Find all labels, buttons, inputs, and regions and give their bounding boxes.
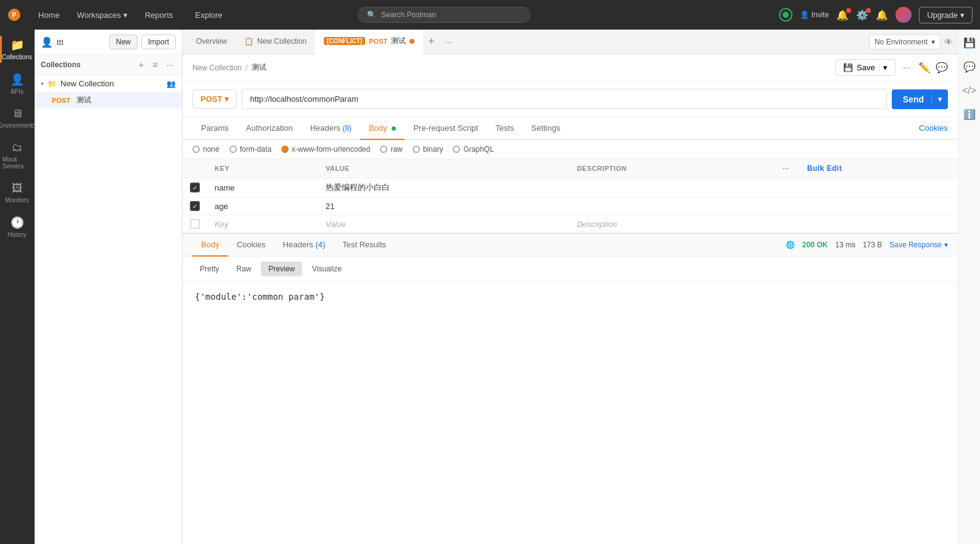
placeholder-key[interactable]: Key [207, 215, 318, 233]
postman-logo-icon: P [7, 8, 21, 22]
sync-icon[interactable] [779, 8, 793, 22]
body-type-none[interactable]: none [192, 145, 220, 154]
sidebar-item-monitors[interactable]: 🖼 Monitors [0, 176, 34, 210]
resp-tab-headers[interactable]: Headers (4) [274, 234, 334, 257]
placeholder-checkbox[interactable] [190, 219, 200, 229]
row1-value[interactable]: 热爱编程的小白白 [318, 178, 569, 197]
tab-conflict-test[interactable]: [CONFLICT] POST 测试 [315, 30, 423, 54]
method-select[interactable]: POST ▾ [192, 89, 237, 109]
chat-right-icon[interactable]: 💬 [961, 59, 978, 75]
authorization-tab-label: Authorization [246, 123, 293, 133]
notification-bell-icon[interactable]: 🔔 [836, 9, 849, 21]
row1-key[interactable]: name [207, 178, 318, 197]
pre-request-tab-label: Pre-request Script [413, 123, 478, 133]
more-collections-button[interactable]: ··· [163, 59, 176, 71]
info-right-icon[interactable]: ℹ️ [961, 106, 978, 123]
sidebar-item-apis[interactable]: 👤 APIs [0, 67, 34, 101]
edit-request-button[interactable]: ✏️ [918, 62, 931, 73]
req-tab-settings[interactable]: Settings [523, 117, 569, 140]
send-label: Send [903, 94, 924, 104]
req-tab-pre-request[interactable]: Pre-request Script [405, 117, 487, 140]
more-request-options-button[interactable]: ··· [900, 61, 913, 75]
cookies-link[interactable]: Cookies [919, 123, 948, 133]
prev-tab-pretty[interactable]: Pretty [192, 262, 226, 276]
placeholder-value[interactable]: Value [318, 215, 569, 233]
row2-value[interactable]: 21 [318, 197, 569, 215]
body-tab-label: Body [369, 123, 387, 133]
collection-new-collection[interactable]: ▾ 📁 New Collection 👥 [35, 75, 182, 92]
filter-collections-button[interactable]: ≡ [150, 59, 160, 71]
placeholder-desc[interactable]: Description [569, 215, 775, 233]
req-tab-authorization[interactable]: Authorization [237, 117, 302, 140]
nav-home[interactable]: Home [33, 8, 65, 22]
req-tab-tests[interactable]: Tests [487, 117, 522, 140]
nav-explore[interactable]: Explore [191, 8, 228, 22]
row2-key[interactable]: age [207, 197, 318, 215]
resp-headers-count: (4) [315, 240, 325, 249]
row2-description[interactable] [569, 197, 775, 215]
tab-overview[interactable]: Overview [187, 30, 236, 54]
more-tabs-button[interactable]: ··· [440, 37, 457, 47]
code-right-icon[interactable]: </> [960, 83, 979, 99]
add-collection-button[interactable]: + [136, 59, 146, 71]
row1-checkbox-cell: ✓ [183, 178, 207, 197]
col-more: ··· [775, 159, 800, 178]
resp-tab-test-results[interactable]: Test Results [334, 234, 395, 257]
nav-reports[interactable]: Reports [140, 8, 178, 22]
sidebar-item-history[interactable]: 🕐 History [0, 210, 34, 244]
conflict-badge: [CONFLICT] [324, 37, 365, 45]
settings-icon[interactable]: ⚙️ [856, 9, 868, 21]
save-response-button[interactable]: Save Response ▾ [889, 241, 948, 249]
url-input[interactable] [242, 89, 886, 109]
placeholder-checkbox-cell [183, 215, 207, 233]
sidebar-item-mock-servers[interactable]: 🗂 Mock Servers [0, 135, 34, 176]
resp-tab-body[interactable]: Body [192, 234, 228, 257]
nav-workspaces[interactable]: Workspaces ▾ [77, 10, 128, 20]
monitors-label: Monitors [5, 197, 28, 204]
save-button[interactable]: 💾 Save ▾ [835, 59, 896, 76]
prev-tab-preview[interactable]: Preview [261, 262, 302, 276]
save-dropdown-arrow[interactable]: ▾ [879, 63, 887, 72]
eye-icon[interactable]: 👁 [944, 37, 953, 47]
prev-tab-raw[interactable]: Raw [229, 262, 258, 276]
table-row: ✓ name 热爱编程的小白白 [183, 178, 958, 197]
row1-checkbox[interactable]: ✓ [190, 183, 200, 192]
request-breadcrumb: New Collection / 测试 💾 Save ▾ ··· ✏️ 💬 [183, 54, 958, 81]
req-tab-headers[interactable]: Headers (8) [302, 117, 360, 140]
row1-description[interactable] [569, 178, 775, 197]
user-avatar[interactable] [896, 7, 912, 23]
send-button[interactable]: Send ▾ [892, 89, 948, 109]
save-label: Save [857, 63, 875, 72]
prev-tab-visualize[interactable]: Visualize [305, 262, 349, 276]
body-type-form-data[interactable]: form-data [229, 145, 271, 154]
add-tab-button[interactable]: + [423, 35, 440, 48]
invite-button[interactable]: 👤 Invite [800, 10, 829, 19]
body-type-urlencoded[interactable]: x-www-form-urlencoded [281, 145, 370, 154]
import-button[interactable]: Import [141, 35, 176, 49]
sidebar-item-collections[interactable]: 📁 Collections [0, 32, 34, 67]
alert-icon[interactable]: 🔔 [876, 9, 888, 21]
comment-button[interactable]: 💬 [936, 62, 948, 73]
more-cols-icon[interactable]: ··· [783, 165, 789, 172]
save-right-icon[interactable]: 💾 [961, 35, 978, 51]
search-bar[interactable]: 🔍 Search Postman [358, 7, 530, 23]
body-type-raw[interactable]: raw [380, 145, 402, 154]
resp-tab-cookies[interactable]: Cookies [228, 234, 274, 257]
upgrade-button[interactable]: Upgrade ▾ [919, 7, 973, 23]
row2-checkbox[interactable]: ✓ [190, 201, 200, 211]
new-button[interactable]: New [109, 35, 138, 49]
history-label: History [7, 231, 27, 238]
search-placeholder: Search Postman [381, 10, 436, 19]
environment-select[interactable]: No Environment ▾ [869, 35, 941, 49]
request-item-test[interactable]: POST 测试 [35, 92, 182, 109]
sidebar-item-environments[interactable]: 🖥 Environments [0, 101, 34, 135]
radio-none [192, 146, 200, 153]
right-icon-bar: 💾 💬 </> ℹ️ [958, 30, 980, 544]
send-dropdown-arrow[interactable]: ▾ [931, 95, 948, 104]
bulk-edit-button[interactable]: Bulk Edit [807, 164, 842, 173]
tab-new-collection[interactable]: 📋 New Collection [236, 30, 315, 54]
req-tab-body[interactable]: Body [360, 117, 405, 140]
body-type-binary[interactable]: binary [413, 145, 443, 154]
req-tab-params[interactable]: Params [192, 117, 237, 140]
body-type-graphql[interactable]: GraphQL [453, 145, 493, 154]
